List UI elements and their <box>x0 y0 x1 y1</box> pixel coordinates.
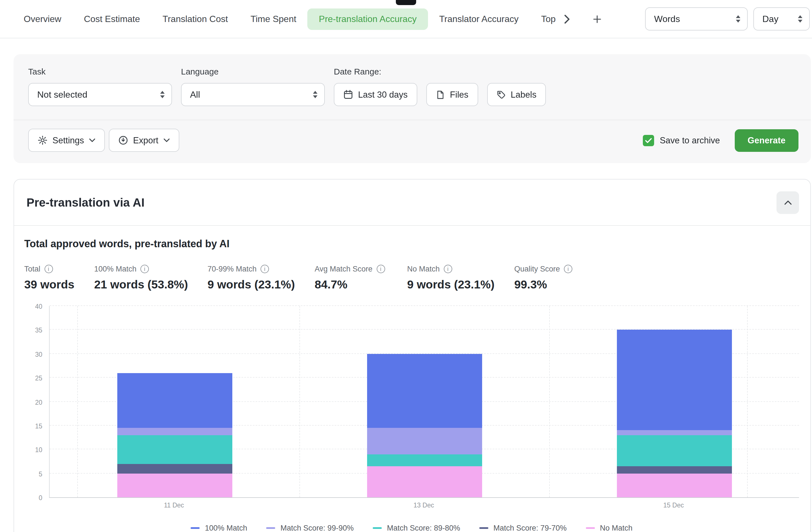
plus-icon <box>593 14 602 24</box>
date-range-value: Last 30 days <box>358 89 408 100</box>
bar-segment <box>117 464 232 473</box>
chevron-right-icon <box>564 14 570 24</box>
caret-down-icon <box>163 138 170 142</box>
recording-indicator <box>396 0 416 5</box>
bar-13-dec[interactable] <box>367 354 482 497</box>
card-header: Pre-translation via AI <box>14 180 810 226</box>
bar-segment <box>367 454 482 466</box>
select-stepper-icon <box>798 15 802 23</box>
period-select-value: Day <box>763 14 779 24</box>
legend-marker <box>266 527 275 529</box>
save-to-archive-checkbox[interactable]: Save to archive <box>643 135 720 146</box>
stat-label: Quality Score <box>514 265 560 273</box>
stat-value: 9 words (23.1%) <box>407 278 514 291</box>
stat-100-match: 100% Matchi 21 words (53.8%) <box>94 265 207 291</box>
chevron-up-icon <box>784 200 792 205</box>
tab-time-spent[interactable]: Time Spent <box>239 8 307 30</box>
settings-label: Settings <box>53 135 84 145</box>
stat-value: 9 words (23.1%) <box>207 278 315 291</box>
tab-overview[interactable]: Overview <box>12 8 72 30</box>
tab-pre-translation-accuracy[interactable]: Pre-translation Accuracy <box>308 8 428 30</box>
legend-item[interactable]: 100% Match <box>191 524 247 532</box>
bar-segment <box>117 428 232 435</box>
legend-label: 100% Match <box>205 524 247 532</box>
export-icon <box>118 136 128 145</box>
chart-plot <box>49 306 799 498</box>
y-tick-label: 30 <box>35 351 42 358</box>
info-icon[interactable]: i <box>261 265 269 273</box>
add-report-button[interactable] <box>590 11 605 27</box>
stat-70-99-match: 70-99% Matchi 9 words (23.1%) <box>207 265 315 291</box>
files-label: Files <box>450 89 468 100</box>
date-range-button[interactable]: Last 30 days <box>334 83 417 106</box>
legend-item[interactable]: Match Score: 79-70% <box>479 524 567 532</box>
stat-label: Total <box>24 265 40 273</box>
y-tick-label: 10 <box>35 447 42 453</box>
report-card: Pre-translation via AI Total approved wo… <box>14 179 811 532</box>
generate-button[interactable]: Generate <box>735 129 798 152</box>
report-tabs-bar: Overview Cost Estimate Translation Cost … <box>0 0 812 38</box>
task-label: Task <box>28 67 172 76</box>
date-range-buttons: Last 30 days Files Labels <box>334 83 546 106</box>
info-icon[interactable]: i <box>141 265 149 273</box>
info-icon[interactable]: i <box>564 265 572 273</box>
stat-value: 84.7% <box>315 278 407 291</box>
h-gridline <box>49 305 799 306</box>
unit-select[interactable]: Words <box>645 7 748 30</box>
task-field: Task Not selected <box>28 67 172 106</box>
tabs-overflow-button[interactable] <box>559 11 575 27</box>
y-tick-label: 35 <box>35 327 42 334</box>
stat-avg-match-score: Avg Match Scorei 84.7% <box>315 265 407 291</box>
chart-legend: 100% MatchMatch Score: 99-90%Match Score… <box>24 524 799 532</box>
legend-marker <box>586 527 595 529</box>
bar-15-dec[interactable] <box>617 330 731 497</box>
labels-label: Labels <box>511 89 536 100</box>
legend-item[interactable]: No Match <box>586 524 633 532</box>
chart: 0510152025303540 11 Dec13 Dec15 Dec <box>24 306 799 512</box>
stat-label: Avg Match Score <box>315 265 373 273</box>
filter-row-actions: Settings Export Save to archive <box>14 120 811 163</box>
bar-11-dec[interactable] <box>117 373 232 497</box>
date-range-label: Date Range: <box>334 67 546 76</box>
info-icon[interactable]: i <box>376 265 385 273</box>
save-to-archive-label: Save to archive <box>660 135 720 145</box>
collapse-card-button[interactable] <box>777 191 799 214</box>
language-field: Language All <box>181 67 325 106</box>
legend-item[interactable]: Match Score: 89-80% <box>373 524 460 532</box>
file-icon <box>436 90 445 99</box>
unit-select-value: Words <box>654 14 680 24</box>
settings-button[interactable]: Settings <box>28 129 105 152</box>
x-tick-label: 15 Dec <box>663 502 684 508</box>
labels-button[interactable]: Labels <box>487 83 546 106</box>
y-tick-label: 0 <box>39 494 42 501</box>
task-select[interactable]: Not selected <box>28 83 172 106</box>
tab-cost-estimate[interactable]: Cost Estimate <box>72 8 151 30</box>
task-select-value: Not selected <box>37 89 87 100</box>
export-button[interactable]: Export <box>109 129 179 152</box>
files-button[interactable]: Files <box>426 83 478 106</box>
info-icon[interactable]: i <box>44 265 53 273</box>
language-label: Language <box>181 67 325 76</box>
caret-down-icon <box>89 138 95 142</box>
v-gridline <box>77 306 78 497</box>
language-select[interactable]: All <box>181 83 325 106</box>
tab-translation-cost[interactable]: Translation Cost <box>151 8 240 30</box>
bar-segment <box>117 373 232 428</box>
select-stepper-icon <box>736 15 740 23</box>
period-select[interactable]: Day <box>753 7 810 30</box>
checkbox-checked-icon <box>643 135 654 146</box>
select-stepper-icon <box>313 91 318 98</box>
stat-no-match: No Matchi 9 words (23.1%) <box>407 265 514 291</box>
tab-translator-accuracy[interactable]: Translator Accuracy <box>428 8 530 30</box>
tab-top[interactable]: Top <box>530 8 556 30</box>
filter-row-primary: Task Not selected Language All Date Rang… <box>14 54 811 120</box>
stat-total: Totali 39 words <box>24 265 94 291</box>
export-label: Export <box>133 135 158 145</box>
legend-item[interactable]: Match Score: 99-90% <box>266 524 354 532</box>
info-icon[interactable]: i <box>444 265 452 273</box>
date-range-field: Date Range: Last 30 days Files <box>334 67 546 106</box>
select-stepper-icon <box>160 91 165 98</box>
v-gridline <box>748 306 748 497</box>
x-tick-label: 11 Dec <box>164 502 184 508</box>
bar-segment <box>117 435 232 464</box>
